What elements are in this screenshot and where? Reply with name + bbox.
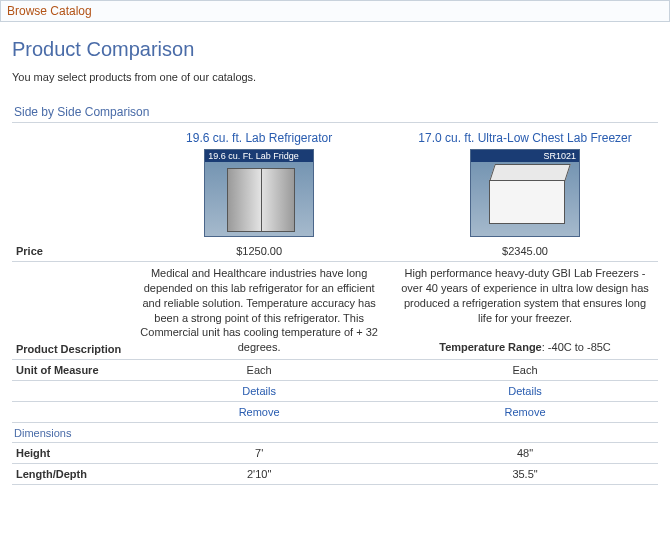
row-label-price: Price bbox=[12, 241, 126, 262]
details-link[interactable]: Details bbox=[242, 385, 276, 397]
length-value: 2'10" bbox=[126, 464, 392, 485]
row-label-height: Height bbox=[12, 443, 126, 464]
uom-value: Each bbox=[126, 360, 392, 381]
breadcrumb: Browse Catalog bbox=[0, 0, 670, 22]
details-link[interactable]: Details bbox=[508, 385, 542, 397]
row-label-uom: Unit of Measure bbox=[12, 360, 126, 381]
uom-value: Each bbox=[392, 360, 658, 381]
comparison-table: 19.6 cu. ft. Lab Refrigerator 19.6 cu. F… bbox=[12, 127, 658, 485]
intro-text: You may select products from one of our … bbox=[12, 71, 658, 83]
section-title: Side by Side Comparison bbox=[12, 105, 658, 123]
length-value: 35.5" bbox=[392, 464, 658, 485]
product-image-label: SR1021 bbox=[471, 150, 579, 162]
dimensions-section-title: Dimensions bbox=[12, 423, 658, 443]
height-value: 48" bbox=[392, 443, 658, 464]
remove-link[interactable]: Remove bbox=[239, 406, 280, 418]
price-value: $1250.00 bbox=[126, 241, 392, 262]
remove-link[interactable]: Remove bbox=[505, 406, 546, 418]
page-title: Product Comparison bbox=[12, 38, 658, 61]
product-image[interactable]: SR1021 bbox=[470, 149, 580, 237]
row-label-description: Product Description bbox=[12, 262, 126, 360]
breadcrumb-link[interactable]: Browse Catalog bbox=[7, 4, 92, 18]
description-value: Medical and Healthcare industries have l… bbox=[126, 262, 392, 360]
product-name-link[interactable]: 19.6 cu. ft. Lab Refrigerator bbox=[186, 131, 332, 145]
product-image[interactable]: 19.6 cu. Ft. Lab Fridge bbox=[204, 149, 314, 237]
price-value: $2345.00 bbox=[392, 241, 658, 262]
product-image-label: 19.6 cu. Ft. Lab Fridge bbox=[205, 150, 313, 162]
description-value: High performance heavy-duty GBI Lab Free… bbox=[392, 262, 658, 360]
height-value: 7' bbox=[126, 443, 392, 464]
row-label-length: Length/Depth bbox=[12, 464, 126, 485]
product-name-link[interactable]: 17.0 cu. ft. Ultra-Low Chest Lab Freezer bbox=[418, 131, 631, 145]
